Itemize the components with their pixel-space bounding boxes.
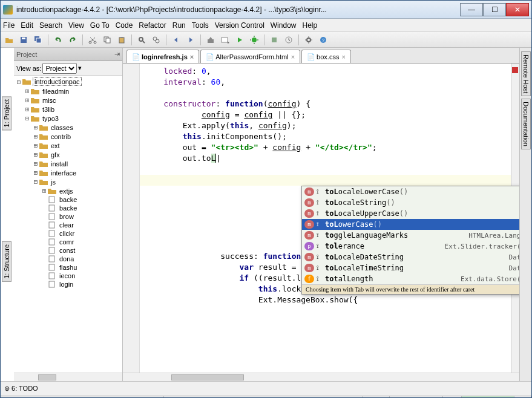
project-tool-window: Project ⇥ View as: Project ▾ ⊟introducti… xyxy=(14,48,123,381)
svg-rect-26 xyxy=(49,239,54,245)
tab-close-icon[interactable]: × xyxy=(190,53,194,60)
back-icon[interactable] xyxy=(170,34,182,46)
completion-item[interactable]: m⟟toLocaleLowerCase()String xyxy=(302,186,519,197)
completion-item[interactable]: m⟟toLowerCase()String xyxy=(302,219,519,230)
history-icon[interactable] xyxy=(283,34,295,46)
sidebar-tab-documentation[interactable]: Documentation xyxy=(521,99,531,149)
svg-rect-1 xyxy=(22,38,25,39)
tab-close-icon[interactable]: × xyxy=(291,53,295,60)
paste-icon[interactable] xyxy=(116,34,128,46)
debug-icon[interactable] xyxy=(248,34,260,46)
menu-edit[interactable]: Edit xyxy=(21,21,33,30)
find-icon[interactable] xyxy=(136,34,148,46)
sidebar-tab-structure[interactable]: 1: Structure xyxy=(2,241,11,282)
project-view-select[interactable]: Project xyxy=(42,63,77,74)
tree-item[interactable]: fileadmin xyxy=(41,88,70,95)
run-icon[interactable] xyxy=(234,34,246,46)
tree-item[interactable]: interface xyxy=(50,169,77,177)
sidebar-tab-remotehost[interactable]: Remote Host xyxy=(521,51,531,96)
completion-item[interactable]: m⟟toLocaleTimeStringDate(ECMAScript.js2) xyxy=(302,263,519,273)
tree-root[interactable]: introductionpac xyxy=(33,77,82,86)
menu-tools[interactable]: Tools xyxy=(192,21,209,30)
menu-run[interactable]: Run xyxy=(172,21,186,30)
replace-icon[interactable] xyxy=(150,34,162,46)
tab-boxcss[interactable]: 📄 box.css × xyxy=(301,50,351,63)
svg-rect-14 xyxy=(222,38,228,42)
vcs-icon[interactable] xyxy=(268,34,280,46)
completion-item[interactable]: p⟟toleranceExt.Slider.tracker(ext-all-de… xyxy=(302,241,519,252)
tab-close-icon[interactable]: × xyxy=(341,53,345,60)
project-hscroll[interactable] xyxy=(14,373,122,381)
menu-window[interactable]: Window xyxy=(271,21,297,30)
sidebar-tab-project[interactable]: 1: Project xyxy=(2,96,11,130)
completion-item[interactable]: m⟟toLocaleDateStringDate(ECMAScript.js2) xyxy=(302,252,519,263)
tree-item[interactable]: ext xyxy=(50,142,61,149)
editor-tabs: 📄 loginrefresh.js × 📄 AlterPasswordForm.… xyxy=(123,48,519,64)
gear-icon[interactable]: ▾ xyxy=(78,64,82,72)
tree-item[interactable]: clear xyxy=(58,221,75,229)
project-tree[interactable]: ⊟introductionpac ⊞fileadmin ⊞misc ⊞t3lib… xyxy=(14,76,122,373)
tree-item[interactable]: typo3 xyxy=(41,115,60,122)
collapse-icon[interactable]: ⇥ xyxy=(114,50,120,58)
close-button[interactable]: ✕ xyxy=(506,3,529,16)
tree-item[interactable]: install xyxy=(50,160,69,168)
tree-item[interactable]: flashu xyxy=(58,264,78,271)
tab-alterpassword[interactable]: 📄 AlterPasswordForm.html × xyxy=(200,50,300,63)
tree-item[interactable]: classes xyxy=(50,124,74,131)
tree-item[interactable]: t3lib xyxy=(41,106,56,113)
svg-rect-29 xyxy=(49,264,54,270)
cut-icon[interactable] xyxy=(87,34,99,46)
completion-item[interactable]: m⟟toLocaleString()Object xyxy=(302,197,519,208)
tree-item[interactable]: clickr xyxy=(58,230,76,237)
todo-tab[interactable]: ⊚ 6: TODO xyxy=(4,385,38,393)
completion-item[interactable]: f⟟totalLengthExt.data.Store(ext-all-debu… xyxy=(302,273,519,284)
completion-item[interactable]: m⟟toggleLanguageMarksHTMLArea.Language(l… xyxy=(302,230,519,241)
svg-point-15 xyxy=(252,38,257,42)
menu-code[interactable]: Code xyxy=(116,21,133,30)
tree-item[interactable]: js xyxy=(50,178,57,186)
tree-item[interactable]: backe xyxy=(58,196,78,203)
menu-goto[interactable]: Go To xyxy=(90,21,110,30)
menu-refactor[interactable]: Refactor xyxy=(139,21,166,30)
code-completion-popup[interactable]: m⟟toLocaleLowerCase()Stringm⟟toLocaleStr… xyxy=(301,186,519,295)
tree-item[interactable]: comr xyxy=(58,238,75,246)
tree-item[interactable]: backe xyxy=(58,204,78,212)
menu-vcs[interactable]: Version Control xyxy=(215,21,264,30)
forward-icon[interactable] xyxy=(185,34,197,46)
save-icon[interactable] xyxy=(18,34,30,46)
tab-loginrefresh[interactable]: 📄 loginrefresh.js × xyxy=(126,50,199,63)
tree-item[interactable]: extjs xyxy=(58,188,74,195)
main-toolbar: ? xyxy=(1,32,531,48)
tree-item[interactable]: login xyxy=(58,281,74,288)
code-editor[interactable]: locked: 0, interval: 60, constructor: fu… xyxy=(123,64,519,373)
tree-item[interactable]: contrib xyxy=(50,133,72,140)
editor-gutter xyxy=(123,64,140,373)
tree-item[interactable]: iecon xyxy=(58,272,76,279)
editor-area: 📄 loginrefresh.js × 📄 AlterPasswordForm.… xyxy=(123,48,519,381)
open-icon[interactable] xyxy=(3,34,15,46)
tree-item[interactable]: gfx xyxy=(50,151,61,158)
svg-rect-27 xyxy=(49,247,54,253)
tree-item[interactable]: misc xyxy=(41,97,57,104)
menu-help[interactable]: Help xyxy=(302,21,317,30)
build-icon[interactable] xyxy=(205,34,217,46)
settings-icon[interactable] xyxy=(303,34,315,46)
tree-item[interactable]: brow xyxy=(58,213,75,220)
error-stripe-icon[interactable] xyxy=(512,67,518,73)
saveall-icon[interactable] xyxy=(32,34,44,46)
completion-item[interactable]: m⟟toLocaleUpperCase()String xyxy=(302,208,519,219)
menu-search[interactable]: Search xyxy=(39,21,62,30)
maximize-button[interactable]: ☐ xyxy=(483,3,506,16)
tree-item[interactable]: dona xyxy=(58,255,75,263)
minimize-button[interactable]: — xyxy=(460,3,483,16)
editor-hscroll[interactable] xyxy=(123,373,519,381)
menu-file[interactable]: File xyxy=(3,21,15,30)
undo-icon[interactable] xyxy=(52,34,64,46)
svg-rect-9 xyxy=(120,37,123,38)
help-icon[interactable]: ? xyxy=(317,34,329,46)
run-dropdown-icon[interactable] xyxy=(219,34,231,46)
menu-view[interactable]: View xyxy=(68,21,84,30)
tree-item[interactable]: const xyxy=(58,247,76,254)
redo-icon[interactable] xyxy=(67,34,79,46)
copy-icon[interactable] xyxy=(101,34,113,46)
